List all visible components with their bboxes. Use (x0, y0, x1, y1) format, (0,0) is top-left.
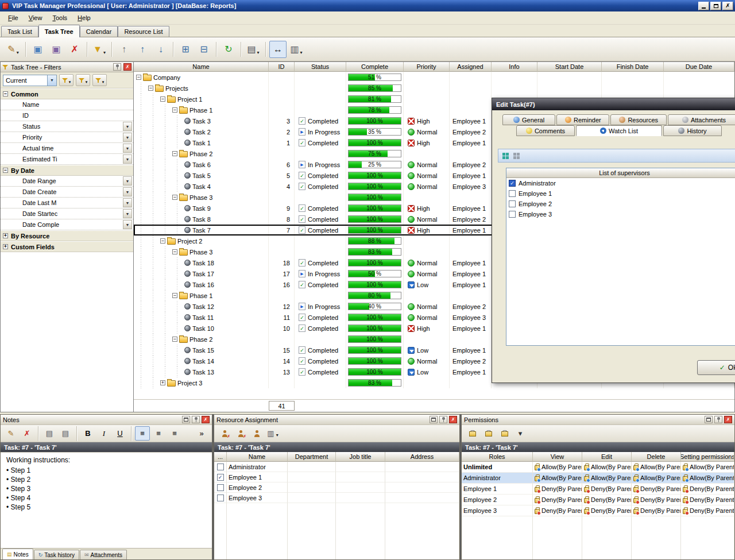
filter-section-custom-fields[interactable]: +Custom Fields (1, 241, 133, 252)
checkbox[interactable] (217, 495, 224, 501)
resource-row[interactable]: Employee 2 (214, 482, 459, 493)
filter-row-name[interactable]: Name (1, 99, 133, 110)
column-header-department[interactable]: Department (288, 452, 336, 462)
collapse-icon[interactable]: − (172, 107, 177, 113)
inherit-permissions-button[interactable] (465, 426, 479, 441)
expand-icon[interactable]: + (3, 244, 8, 249)
open-task-button[interactable]: ▣ (29, 41, 47, 58)
notes-content[interactable]: Working instructions: Step 1Step 2Step 3… (1, 452, 212, 548)
collapse-icon[interactable]: − (148, 86, 153, 91)
dropdown-button[interactable]: ▼ (123, 122, 132, 131)
maximize-button[interactable] (710, 2, 721, 10)
allow-permission-button[interactable] (481, 426, 496, 441)
supervisor-row[interactable]: Administrator (506, 178, 735, 188)
column-header-info[interactable]: Info (492, 62, 537, 72)
permission-row[interactable]: Employee 1Deny(By Parent)Deny(By Parent)… (462, 484, 734, 495)
permissions-restore-button[interactable] (705, 416, 713, 423)
resource-row[interactable]: Administrator (214, 462, 459, 472)
checkbox[interactable] (509, 211, 516, 218)
filter-row-status[interactable]: Status▼ (1, 121, 133, 132)
align-right-button[interactable]: ≡ (167, 426, 182, 441)
minimize-button[interactable] (698, 2, 709, 10)
column-header-finish-date[interactable]: Finish Date (602, 62, 664, 72)
collapse-icon[interactable]: − (160, 96, 165, 102)
dialog-tab-reminder[interactable]: Reminder (556, 114, 609, 125)
tab-attachments[interactable]: ✉Attachments (80, 550, 127, 559)
filter-row-priority[interactable]: Priority▼ (1, 132, 133, 143)
dialog-tab-attachments[interactable]: Attachments (668, 114, 735, 125)
collapse-icon[interactable]: − (3, 91, 8, 96)
tab-task-tree[interactable]: Task Tree (38, 25, 80, 37)
tab-task-list[interactable]: Task List (1, 26, 38, 37)
column-header-name[interactable]: Name (134, 62, 269, 72)
checkbox[interactable] (217, 474, 224, 481)
column-header-[interactable]: ... (214, 452, 227, 462)
filter-row-date-startec[interactable]: Date Startec▼ (1, 208, 133, 219)
expand-icon[interactable]: + (3, 233, 8, 238)
filter-section-common[interactable]: −Common (1, 88, 133, 99)
permissions-pin-button[interactable] (714, 416, 722, 423)
column-header-name[interactable]: Name (227, 452, 288, 462)
bold-button[interactable]: B (80, 426, 95, 441)
filter-row-date-comple[interactable]: Date Comple▼ (1, 219, 133, 230)
resource-row[interactable]: Employee 1 (214, 472, 459, 482)
filter-row-id[interactable]: ID (1, 110, 133, 121)
print-button[interactable]: ▤ (58, 426, 73, 441)
permissions-close-button[interactable]: ✗ (724, 416, 732, 423)
collapse-icon[interactable]: − (172, 249, 177, 254)
menu-help[interactable]: Help (73, 13, 95, 23)
resources-pin-button[interactable] (439, 416, 447, 423)
permission-row[interactable]: AdministratorAllow(By Parent)Allow(By Pa… (462, 473, 734, 484)
filter-preset-select[interactable]: Current ▼ (3, 75, 57, 86)
resources-close-button[interactable]: ✗ (449, 416, 457, 423)
column-header-address[interactable]: Address (385, 452, 459, 462)
tab-resource-list[interactable]: Resource List (118, 26, 169, 37)
menu-view[interactable]: View (24, 13, 47, 23)
column-header-view[interactable]: View (533, 452, 582, 462)
notes-restore-button[interactable] (182, 416, 190, 423)
checkbox[interactable] (509, 200, 516, 207)
filter-row-date-last-m[interactable]: Date Last M▼ (1, 198, 133, 208)
group-view-icon[interactable] (502, 153, 509, 159)
column-header-assigned[interactable]: Assigned (450, 62, 492, 72)
duplicate-task-button[interactable]: ▣ (48, 41, 65, 58)
delete-note-button[interactable]: ✗ (20, 426, 34, 441)
dropdown-button[interactable]: ▼ (123, 187, 132, 196)
notes-pin-button[interactable] (192, 416, 200, 423)
underline-button[interactable]: U (113, 426, 127, 441)
italic-button[interactable]: I (96, 426, 111, 441)
filter-section-by-date[interactable]: −By Date (1, 165, 133, 176)
menu-file[interactable]: File (3, 13, 23, 23)
permissions-menu-button[interactable]: ▾ (513, 426, 528, 441)
filter-clear-button[interactable]: ▾ (92, 74, 107, 86)
fit-width-button[interactable]: ↔ (269, 41, 287, 58)
column-header-due-date[interactable]: Due Date (664, 62, 734, 72)
refresh-button[interactable]: ↻ (220, 41, 237, 58)
checkbox[interactable] (509, 180, 516, 187)
unassign-resource-button[interactable]: ✗ (233, 426, 248, 441)
supervisor-row[interactable]: Employee 2 (506, 199, 735, 209)
checkbox[interactable] (217, 484, 224, 491)
permission-row[interactable]: Employee 3Deny(By Parent)Deny(By Parent)… (462, 505, 734, 516)
menu-tools[interactable]: Tools (48, 13, 72, 23)
column-header-setting-permissions[interactable]: Setting permissions (681, 452, 734, 462)
columns-button[interactable]: ▥▾ (265, 426, 280, 441)
filters-close-button[interactable]: ✗ (123, 63, 131, 71)
collapse-icon[interactable]: − (172, 195, 177, 200)
collapse-icon[interactable]: − (160, 238, 165, 244)
supervisor-row[interactable]: Employee 3 (506, 209, 735, 219)
filter-row-actual-time[interactable]: Actual time▼ (1, 143, 133, 154)
delete-task-button[interactable]: ✗ (66, 41, 83, 58)
column-header-delete[interactable]: Delete (632, 452, 681, 462)
edit-note-button[interactable]: ✎ (3, 426, 18, 441)
ok-button[interactable]: ✓ Ok (697, 360, 735, 375)
collapse-icon[interactable]: − (172, 337, 177, 342)
tab-task-history[interactable]: ↻Task history (34, 550, 79, 559)
filter-tasks-button[interactable]: ▼▾ (91, 41, 108, 58)
expand-icon[interactable]: + (160, 380, 165, 385)
move-down-button[interactable]: ↓ (152, 41, 169, 58)
collapse-all-button[interactable]: ⊟ (195, 41, 212, 58)
column-header-job-title[interactable]: Job title (336, 452, 385, 462)
print-preview-button[interactable]: ▤ (42, 426, 57, 441)
notes-close-button[interactable]: ✗ (202, 416, 210, 423)
